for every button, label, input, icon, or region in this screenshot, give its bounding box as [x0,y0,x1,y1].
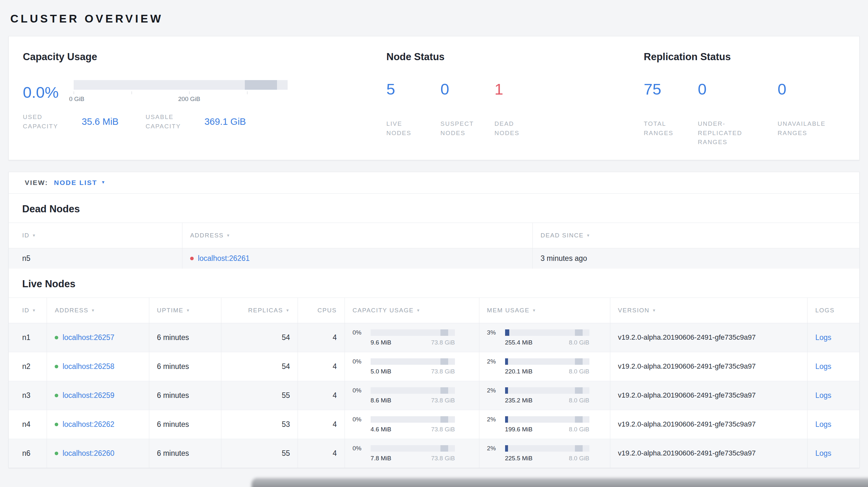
mem-bar [505,329,589,336]
node-address-link[interactable]: localhost:26258 [62,362,114,371]
live-nodes-count: 5 [386,80,437,98]
column-header-replicas[interactable]: REPLICAS [221,297,298,323]
column-header-address[interactable]: ADDRESS [47,297,149,323]
version-value: v19.2.0-alpha.20190606-2491-gfe735c9a97 [618,449,756,457]
version-value: v19.2.0-alpha.20190606-2491-gfe735c9a97 [618,333,756,341]
mem-percent: 2% [487,445,505,452]
bar-fill [505,387,508,394]
suspect-nodes-stat: 0 SUSPECT NODES [440,80,494,138]
view-mode-dropdown[interactable]: NODE LIST [54,179,105,187]
capacity-bar [371,416,455,423]
axis-tick-label: 200 GiB [178,96,200,103]
total-ranges-label: TOTAL RANGES [644,119,693,138]
node-live-status-icon [55,336,58,339]
logs-link[interactable]: Logs [815,391,831,399]
node-id: n3 [22,391,31,399]
column-label: VERSION [618,307,650,314]
view-mode-selected: NODE LIST [54,179,97,187]
capacity-bar-segment [245,80,277,90]
node-status-title: Node Status [386,51,644,63]
column-header-uptime[interactable]: UPTIME [149,297,221,323]
column-header-mem-usage[interactable]: MEM USAGE [479,297,610,323]
background-window-edge [252,478,868,487]
node-address-link[interactable]: localhost:26261 [198,254,250,263]
mem-total: 8.0 GiB [569,426,589,433]
column-header-address[interactable]: ADDRESS [182,223,532,248]
node-address-link[interactable]: localhost:26260 [62,449,114,458]
mem-bar [505,445,589,452]
replication-status-title: Replication Status [644,51,845,63]
node-address-link[interactable]: localhost:26262 [62,420,114,429]
bar-segment [575,416,583,423]
usable-capacity-value: 369.1 GiB [204,117,246,127]
logs-link[interactable]: Logs [815,362,831,370]
node-list-card: VIEW: NODE LIST Dead Nodes ID ADDRESS DE… [8,172,860,468]
node-live-status-icon [55,394,58,397]
table-header-row: ID ADDRESS UPTIME REPLICAS CPUS CAPACITY… [9,297,859,323]
sort-icon [30,307,37,314]
table-header-row: ID ADDRESS DEAD SINCE [9,223,859,248]
bar-fill [505,416,508,423]
bar-segment [440,416,448,423]
dead-nodes-count: 1 [494,80,545,98]
used-capacity-stat: USED CAPACITY 35.6 MiB [23,112,118,131]
dead-nodes-label: DEAD NODES [494,119,532,138]
mem-usage-cell: 3% 255.4 MiB8.0 GiB [487,329,589,346]
column-header-capacity-usage[interactable]: CAPACITY USAGE [345,297,479,323]
capacity-used: 5.0 MiB [371,368,391,375]
logs-link[interactable]: Logs [815,449,831,457]
capacity-used: 7.8 MiB [371,455,391,462]
node-id: n6 [22,449,31,457]
column-label: ADDRESS [55,307,88,314]
column-label: CAPACITY USAGE [352,307,414,314]
column-header-dead-since[interactable]: DEAD SINCE [533,223,859,248]
capacity-usage-cell: 0% 7.8 MiB73.8 GiB [352,445,455,462]
capacity-total: 73.8 GiB [431,339,455,346]
replication-status-panel: Replication Status 75 TOTAL RANGES 0 UND… [644,51,845,147]
replicas-value: 55 [282,449,290,457]
logs-link[interactable]: Logs [815,333,831,342]
sort-icon [224,232,231,239]
capacity-bar-chart: 0 GiB 200 GiB [74,80,288,104]
under-replicated-ranges-stat: 0 UNDER-REPLICATED RANGES [698,80,778,147]
node-live-status-icon [55,452,58,455]
sort-icon [183,307,190,314]
capacity-usage-panel: Capacity Usage 0.0% 0 GiB 200 GiB [23,51,386,147]
column-header-id[interactable]: ID [9,297,47,323]
node-dead-status-icon [190,257,194,260]
unavailable-ranges-count: 0 [778,80,829,98]
mem-total: 8.0 GiB [569,368,589,375]
sort-icon [283,307,290,314]
replicas-value: 54 [282,333,290,342]
unavailable-ranges-label: UNAVAILABLE RANGES [778,119,827,138]
axis-tick [189,91,189,94]
capacity-bar [371,358,455,365]
suspect-nodes-label: SUSPECT NODES [440,119,478,138]
mem-total: 8.0 GiB [569,339,589,346]
summary-card: Capacity Usage 0.0% 0 GiB 200 GiB [8,36,860,160]
mem-used: 225.5 MiB [505,455,533,462]
node-address-link[interactable]: localhost:26259 [62,391,114,400]
live-nodes-stat: 5 LIVE NODES [386,80,440,138]
mem-bar [505,358,589,365]
mem-used: 235.2 MiB [505,397,533,404]
bar-segment [575,358,583,365]
capacity-bar [371,445,455,452]
capacity-used: 9.6 MiB [371,339,391,346]
capacity-percent: 0% [352,358,371,365]
column-label: LOGS [815,307,835,314]
bar-segment [440,387,448,394]
uptime-value: 6 minutes [157,333,189,342]
logs-link[interactable]: Logs [815,420,831,428]
capacity-axis: 0 GiB 200 GiB [74,91,288,104]
column-header-id[interactable]: ID [9,223,182,248]
suspect-nodes-count: 0 [440,80,491,98]
bar-fill [505,329,509,336]
under-replicated-ranges-count: 0 [698,80,774,98]
mem-usage-cell: 2% 235.2 MiB8.0 GiB [487,387,589,404]
node-address-link[interactable]: localhost:26257 [62,333,114,342]
node-live-status-icon [55,365,58,368]
capacity-bar [371,329,455,336]
sort-icon [30,232,37,239]
column-header-version[interactable]: VERSION [610,297,807,323]
